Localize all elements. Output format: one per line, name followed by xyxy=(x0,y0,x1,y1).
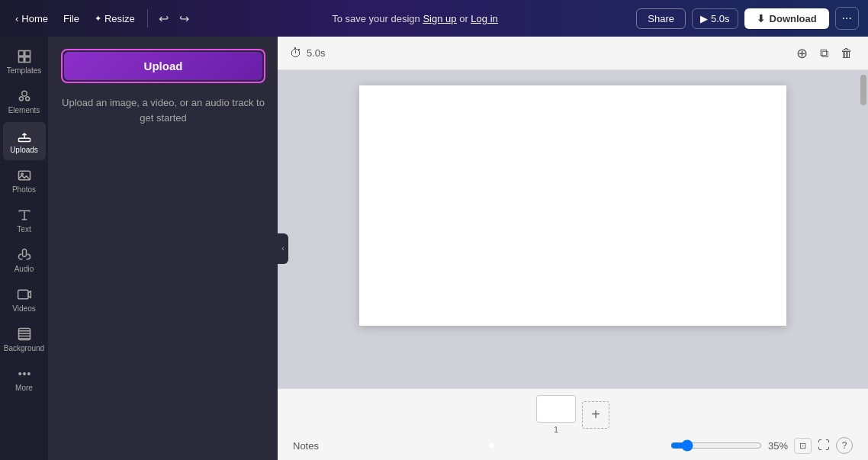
sidebar-photos-label: Photos xyxy=(12,185,36,194)
sidebar-item-more[interactable]: More xyxy=(3,360,46,398)
sidebar-item-videos[interactable]: Videos xyxy=(3,281,46,319)
share-button[interactable]: Share xyxy=(636,8,686,29)
nav-right: Share ▶ 5.0s ⬇ Download ··· xyxy=(636,7,859,30)
sidebar-item-photos[interactable]: Photos xyxy=(3,162,46,200)
resize-button[interactable]: ✦ Resize xyxy=(88,10,141,27)
bottom-strip: 1 + Notes ● 35% ⊡ ⛶ ? xyxy=(278,388,868,460)
home-label: Home xyxy=(21,13,48,24)
upload-button-wrapper: Upload xyxy=(61,49,265,83)
redo-button[interactable]: ↪ xyxy=(175,8,194,29)
undo-button[interactable]: ↩ xyxy=(154,8,173,29)
file-button[interactable]: File xyxy=(57,10,85,27)
sidebar-videos-label: Videos xyxy=(12,304,35,313)
add-page-icon: ⊕ xyxy=(796,45,808,62)
sidebar-audio-label: Audio xyxy=(14,265,34,273)
sidebar-item-background[interactable]: Background xyxy=(3,320,46,359)
help-button[interactable]: ? xyxy=(836,437,853,454)
save-hint-text: To save your design Sign up or Log in xyxy=(200,13,631,24)
copy-icon: ⧉ xyxy=(820,47,828,60)
signup-link[interactable]: Sign up xyxy=(423,13,456,24)
page-1-container: 1 xyxy=(536,395,576,434)
clock-icon: ⏱ xyxy=(290,47,302,60)
svg-rect-1 xyxy=(24,51,30,56)
expand-button[interactable]: ⛶ xyxy=(818,439,830,452)
canvas-scroll-area[interactable] xyxy=(278,70,868,388)
svg-rect-3 xyxy=(24,57,30,63)
divider xyxy=(147,9,148,27)
videos-icon xyxy=(17,287,32,302)
vertical-scrollbar[interactable] xyxy=(859,70,868,388)
text-icon xyxy=(17,207,32,223)
or-label: or xyxy=(459,13,468,24)
file-label: File xyxy=(63,13,79,24)
add-page-button[interactable]: + xyxy=(582,401,609,429)
share-label: Share xyxy=(648,13,674,24)
sidebar-background-label: Background xyxy=(4,344,44,352)
help-label: ? xyxy=(842,440,847,451)
play-duration: 5.0s xyxy=(711,13,730,24)
copy-page-button[interactable]: ⧉ xyxy=(817,43,831,63)
canvas-area: ⏱ 5.0s ⊕ ⧉ 🗑 xyxy=(278,37,868,460)
sidebar-uploads-label: Uploads xyxy=(10,146,38,154)
sidebar-templates-label: Templates xyxy=(7,66,42,75)
more-options-button[interactable]: ··· xyxy=(835,7,859,30)
vscroll-thumb[interactable] xyxy=(860,75,866,105)
svg-point-18 xyxy=(27,373,30,375)
fit-button[interactable]: ⊡ xyxy=(794,438,812,454)
background-icon xyxy=(17,327,32,342)
delete-page-button[interactable]: 🗑 xyxy=(837,43,856,63)
panel-collapse-handle[interactable]: ‹ xyxy=(278,233,288,264)
undo-redo-group: ↩ ↪ xyxy=(154,8,194,29)
expand-icon: ⛶ xyxy=(818,439,830,452)
svg-point-6 xyxy=(25,97,29,101)
sidebar-item-templates[interactable]: Templates xyxy=(3,43,46,81)
chevron-left-icon: ‹ xyxy=(15,13,18,24)
download-button[interactable]: ⬇ Download xyxy=(744,8,829,29)
sidebar-item-audio[interactable]: Audio xyxy=(3,241,46,279)
more-icon: ··· xyxy=(842,11,852,25)
nav-left: ‹ Home File ✦ Resize ↩ ↪ xyxy=(9,8,194,29)
svg-point-4 xyxy=(21,91,27,96)
sidebar-more-label: More xyxy=(15,384,33,392)
trash-icon: 🗑 xyxy=(841,47,853,60)
add-page-icon-button[interactable]: ⊕ xyxy=(793,42,811,65)
zoom-slider[interactable] xyxy=(670,439,762,452)
canvas-duration: 5.0s xyxy=(307,47,326,59)
upload-button-label: Upload xyxy=(144,60,183,72)
zoom-dot: ● xyxy=(488,439,496,452)
sidebar-item-elements[interactable]: Elements xyxy=(3,82,46,121)
svg-rect-2 xyxy=(18,57,24,63)
canvas-toolbar-left: ⏱ 5.0s xyxy=(290,47,326,60)
resize-star-icon: ✦ xyxy=(95,14,101,24)
svg-rect-7 xyxy=(18,138,30,141)
canvas-toolbar-right: ⊕ ⧉ 🗑 xyxy=(793,42,856,65)
top-navigation: ‹ Home File ✦ Resize ↩ ↪ To save your de… xyxy=(0,0,868,37)
svg-point-5 xyxy=(19,97,23,101)
svg-point-16 xyxy=(18,373,21,375)
download-icon: ⬇ xyxy=(757,13,765,24)
sidebar-item-uploads[interactable]: Uploads xyxy=(3,122,46,160)
zoom-percent: 35% xyxy=(768,440,788,452)
upload-button[interactable]: Upload xyxy=(64,52,262,80)
svg-point-9 xyxy=(21,173,22,175)
resize-label: Resize xyxy=(104,13,135,24)
svg-point-17 xyxy=(23,373,25,375)
audio-icon xyxy=(17,247,32,262)
sidebar-item-text[interactable]: Text xyxy=(3,201,46,240)
canvas-toolbar: ⏱ 5.0s ⊕ ⧉ 🗑 xyxy=(278,37,868,70)
play-button[interactable]: ▶ 5.0s xyxy=(692,8,738,29)
home-button[interactable]: ‹ Home xyxy=(9,10,54,27)
login-link[interactable]: Log in xyxy=(471,13,497,24)
page-thumbnail-1[interactable] xyxy=(536,395,576,423)
photos-icon xyxy=(17,168,32,183)
sidebar-elements-label: Elements xyxy=(8,106,40,114)
fit-icon: ⊡ xyxy=(799,441,806,450)
upload-hint-text: Upload an image, a video, or an audio tr… xyxy=(61,95,265,125)
elements-icon xyxy=(17,88,32,104)
pages-row: 1 + xyxy=(536,395,609,434)
more-icon xyxy=(17,366,32,381)
page-number-1: 1 xyxy=(554,425,558,434)
sidebar: Templates Elements Uploads Photos Text A… xyxy=(0,37,49,460)
play-icon: ▶ xyxy=(700,13,708,24)
sidebar-text-label: Text xyxy=(17,225,31,233)
